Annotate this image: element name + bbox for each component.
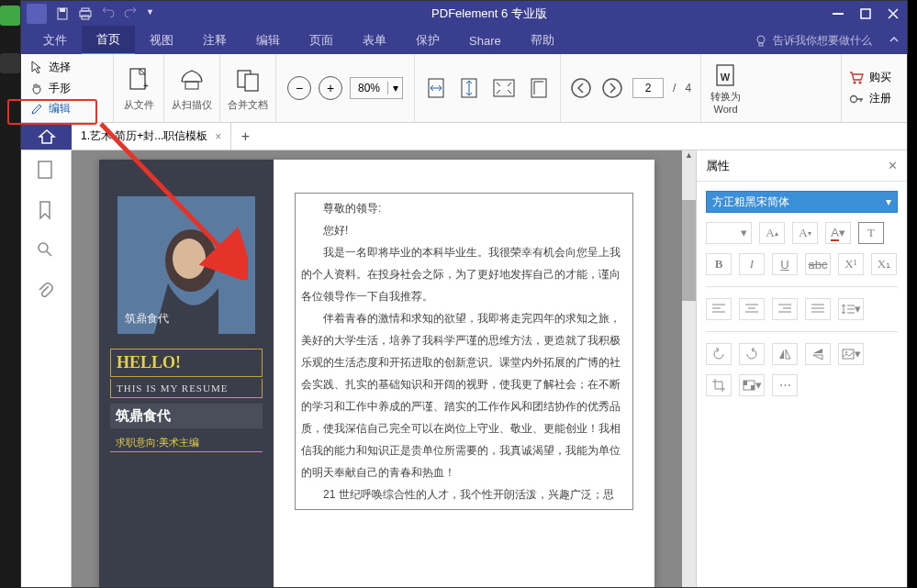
- photo-watermark: 筑鼎食代: [125, 311, 169, 327]
- menu-share[interactable]: Share: [454, 28, 516, 53]
- underline-button[interactable]: U: [772, 253, 798, 275]
- prev-page-button[interactable]: [570, 77, 592, 99]
- bookmarks-icon[interactable]: [36, 200, 56, 220]
- buy-label: 购买: [869, 70, 891, 85]
- more-options-button[interactable]: ⋯: [772, 374, 798, 396]
- strikethrough-button[interactable]: abc: [805, 253, 831, 275]
- font-name-value: 方正粗黑宋简体: [712, 194, 789, 210]
- word-icon: W: [712, 62, 740, 90]
- align-left-button[interactable]: [706, 298, 732, 320]
- document-viewport[interactable]: 筑鼎食代 HELLO! THIS IS MY RESUME 筑鼎食代 求职意向:…: [72, 150, 682, 587]
- letter-p3: 21 世纪呼唤综合性的人才，我个性开朗活泼，兴趣广泛；思: [301, 483, 627, 505]
- menu-form[interactable]: 表单: [348, 27, 401, 54]
- document-tab[interactable]: 1.艺术 简历+封...职信模板 ×: [72, 123, 231, 150]
- close-tab-button[interactable]: ×: [215, 130, 221, 143]
- buy-button[interactable]: 购买: [849, 70, 900, 85]
- line-spacing-button[interactable]: ▾: [838, 298, 864, 320]
- search-icon[interactable]: [36, 240, 56, 261]
- titlebar: ▼ PDFelement 6 专业版: [21, 1, 907, 27]
- opacity-button[interactable]: ▾: [739, 374, 765, 396]
- next-page-button[interactable]: [601, 77, 623, 99]
- rotate-cw-button[interactable]: [739, 343, 765, 365]
- collapse-ribbon-icon[interactable]: [889, 34, 900, 45]
- pencil-icon: [30, 103, 43, 116]
- taskbar-app-icon[interactable]: [0, 53, 20, 73]
- menu-help[interactable]: 帮助: [516, 27, 569, 54]
- svg-rect-5: [833, 13, 844, 15]
- subscript-button[interactable]: X₁: [871, 253, 897, 275]
- tell-me-search[interactable]: 告诉我你想要做什么: [755, 33, 900, 49]
- decrease-font-button[interactable]: A▾: [792, 222, 818, 244]
- zoom-out-button[interactable]: −: [287, 76, 311, 100]
- redo-icon[interactable]: [124, 7, 137, 20]
- pdf-page: 筑鼎食代 HELLO! THIS IS MY RESUME 筑鼎食代 求职意向:…: [99, 160, 654, 587]
- menu-file[interactable]: 文件: [28, 27, 82, 54]
- actual-size-icon[interactable]: [529, 76, 549, 100]
- from-file-button[interactable]: + 从文件: [114, 54, 164, 122]
- register-label: 注册: [869, 91, 891, 106]
- bold-button[interactable]: B: [706, 253, 732, 275]
- home-tab-button[interactable]: [21, 123, 72, 150]
- align-right-button[interactable]: [772, 298, 798, 320]
- flip-vertical-button[interactable]: [805, 343, 831, 365]
- text-edit-frame[interactable]: 尊敬的领导: 您好! 我是一名即将毕业的本科毕业生。我很荣幸有机会向您呈上我的个…: [295, 193, 633, 510]
- resume-subtitle: THIS IS MY RESUME: [117, 383, 256, 394]
- increase-font-button[interactable]: A▴: [759, 222, 785, 244]
- page-number-input[interactable]: [632, 78, 664, 98]
- undo-icon[interactable]: [102, 7, 115, 20]
- minimize-button[interactable]: [824, 1, 852, 27]
- select-tool[interactable]: 选择: [27, 58, 107, 77]
- svg-text:+: +: [143, 81, 149, 91]
- scrollbar-thumb[interactable]: [682, 200, 696, 301]
- hand-tool[interactable]: 手形: [27, 79, 107, 98]
- properties-panel: 属性 ✕ 方正粗黑宋简体 ▾ ▾ A▴ A▾ A▾ T B I U: [696, 150, 907, 587]
- convert-word-button[interactable]: W 转换为 Word: [700, 54, 750, 122]
- svg-rect-34: [751, 385, 755, 390]
- menu-page[interactable]: 页面: [295, 27, 348, 54]
- fit-height-icon[interactable]: [459, 76, 479, 100]
- font-family-select[interactable]: 方正粗黑宋简体 ▾: [706, 191, 898, 213]
- fit-page-icon[interactable]: [492, 78, 516, 98]
- vertical-scrollbar[interactable]: ▲: [682, 150, 696, 587]
- flip-horizontal-button[interactable]: [772, 343, 798, 365]
- menu-comment[interactable]: 注释: [188, 27, 241, 54]
- superscript-button[interactable]: X¹: [838, 253, 864, 275]
- menu-home[interactable]: 首页: [82, 26, 135, 55]
- menu-edit[interactable]: 编辑: [241, 27, 295, 54]
- register-button[interactable]: 注册: [849, 91, 900, 106]
- extract-image-button[interactable]: ▾: [838, 343, 864, 365]
- from-scanner-button[interactable]: 从扫描仪: [164, 54, 220, 122]
- maximize-button[interactable]: [852, 1, 879, 27]
- text-box-button[interactable]: T: [858, 222, 884, 244]
- crop-button[interactable]: [706, 374, 732, 396]
- ribbon: 选择 手形 编辑 + 从文件 从扫描仪 合并文档 − +: [21, 54, 907, 123]
- menu-view[interactable]: 视图: [135, 27, 188, 54]
- thumbnails-icon[interactable]: [36, 160, 56, 180]
- fit-width-icon[interactable]: [426, 76, 446, 100]
- font-size-select[interactable]: ▾: [706, 222, 752, 244]
- rotate-ccw-button[interactable]: [706, 343, 732, 365]
- edit-tool[interactable]: 编辑: [27, 99, 107, 118]
- menu-protect[interactable]: 保护: [401, 27, 454, 54]
- close-panel-button[interactable]: ✕: [888, 159, 898, 172]
- font-color-button[interactable]: A▾: [825, 222, 851, 244]
- svg-rect-13: [245, 74, 258, 91]
- zoom-in-button[interactable]: +: [319, 76, 342, 100]
- italic-button[interactable]: I: [739, 253, 765, 275]
- scanner-icon: [178, 65, 206, 96]
- dropdown-icon[interactable]: ▾: [387, 82, 402, 94]
- merge-button[interactable]: 合并文档: [220, 54, 276, 122]
- align-center-button[interactable]: [739, 298, 765, 320]
- svg-rect-33: [744, 381, 747, 385]
- add-tab-button[interactable]: +: [231, 123, 259, 150]
- print-icon[interactable]: [78, 7, 93, 20]
- home-icon: [38, 128, 56, 145]
- align-justify-button[interactable]: [805, 298, 831, 320]
- attachments-icon[interactable]: [36, 281, 56, 301]
- save-icon[interactable]: [56, 7, 69, 20]
- close-button[interactable]: [879, 1, 907, 27]
- svg-point-18: [572, 79, 590, 97]
- qat-dropdown-icon[interactable]: ▼: [146, 7, 154, 20]
- taskbar-app-icon[interactable]: [0, 6, 20, 26]
- zoom-combo[interactable]: 80% ▾: [350, 77, 403, 99]
